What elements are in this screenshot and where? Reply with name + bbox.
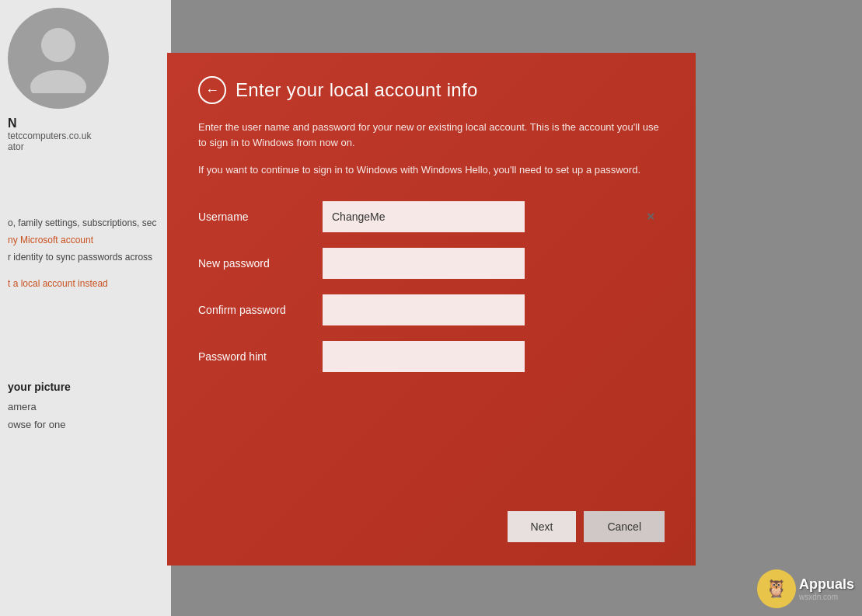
watermark-brand: Appuals xyxy=(799,576,854,593)
confirm-password-label: Confirm password xyxy=(198,304,323,316)
avatar xyxy=(8,8,109,109)
microsoft-account-link[interactable]: ny Microsoft account xyxy=(8,235,163,245)
password-hint-input-wrapper xyxy=(323,341,665,372)
username-clear-button[interactable]: ✕ xyxy=(643,209,658,224)
confirm-password-row: Confirm password xyxy=(198,294,665,325)
new-password-input-wrapper xyxy=(323,248,665,279)
password-hint-input[interactable] xyxy=(323,341,525,372)
watermark-logo: 🦉 xyxy=(757,569,796,608)
new-password-input[interactable] xyxy=(323,248,525,279)
username-display: N xyxy=(8,117,91,131)
new-password-row: New password xyxy=(198,248,665,279)
username-input-wrapper: ✕ xyxy=(323,201,665,232)
role-display: ator xyxy=(8,141,91,152)
picture-section-title: your picture xyxy=(8,381,71,393)
left-panel: N tetccomputers.co.uk ator o, family set… xyxy=(0,0,171,616)
dialog-description-2: If you want to continue to sign in to Wi… xyxy=(198,162,665,178)
new-password-label: New password xyxy=(198,257,323,270)
back-button[interactable]: ← xyxy=(198,76,226,104)
local-account-dialog: ← Enter your local account info Enter th… xyxy=(167,53,696,566)
confirm-password-input-wrapper xyxy=(323,294,665,325)
identity-text: r identity to sync passwords across xyxy=(8,252,163,263)
svg-point-1 xyxy=(30,70,86,93)
browse-option[interactable]: owse for one xyxy=(8,419,71,430)
watermark-domain: wsxdn.com xyxy=(799,593,854,601)
back-icon: ← xyxy=(205,82,219,99)
account-links: o, family settings, subscriptions, sec n… xyxy=(0,218,171,295)
username-input[interactable] xyxy=(323,201,525,232)
user-info: N tetccomputers.co.uk ator xyxy=(8,117,91,152)
username-label: Username xyxy=(198,211,323,223)
password-hint-row: Password hint xyxy=(198,341,665,372)
confirm-password-input[interactable] xyxy=(323,294,525,325)
dialog-title: Enter your local account info xyxy=(236,79,478,101)
user-icon xyxy=(27,23,89,93)
watermark: 🦉 Appuals wsxdn.com xyxy=(757,569,854,608)
watermark-icon: 🦉 xyxy=(766,579,787,599)
account-desc: o, family settings, subscriptions, sec xyxy=(8,218,163,228)
dialog-header: ← Enter your local account info xyxy=(198,76,665,104)
local-account-link[interactable]: t a local account instead xyxy=(8,278,163,289)
picture-section: your picture amera owse for one xyxy=(8,381,71,437)
cancel-button[interactable]: Cancel xyxy=(584,511,665,542)
username-row: Username ✕ xyxy=(198,201,665,232)
domain-display: tetccomputers.co.uk xyxy=(8,131,91,141)
password-hint-label: Password hint xyxy=(198,350,323,363)
camera-option[interactable]: amera xyxy=(8,401,71,412)
account-form: Username ✕ New password Confirm password… xyxy=(198,201,665,372)
dialog-footer: Next Cancel xyxy=(508,511,665,542)
next-button[interactable]: Next xyxy=(508,511,577,542)
dialog-description-1: Enter the user name and password for you… xyxy=(198,120,665,150)
svg-point-0 xyxy=(41,28,75,62)
